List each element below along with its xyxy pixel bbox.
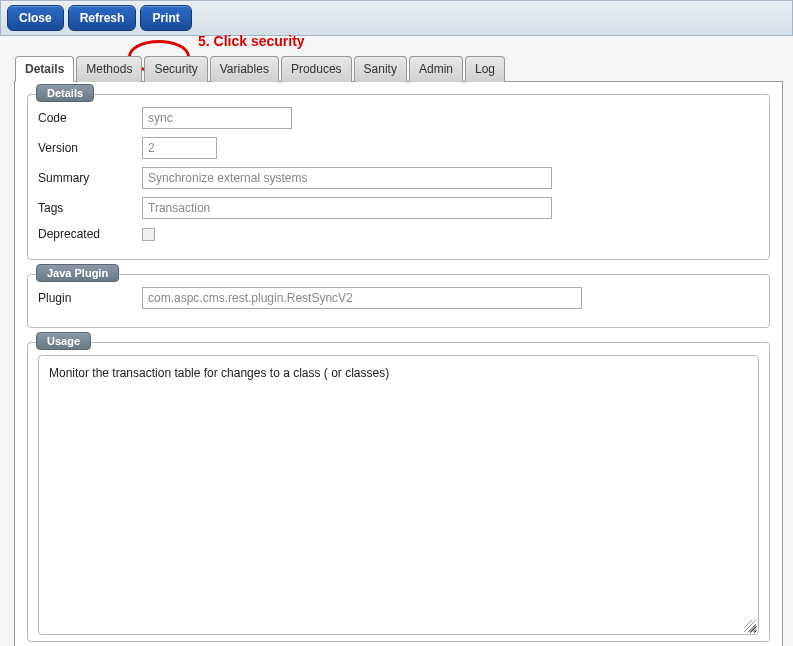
annotation-text: 5. Click security: [198, 33, 305, 49]
main-panel: Details Code Version Summary Tags Deprec…: [14, 81, 783, 646]
tab-methods[interactable]: Methods: [76, 56, 142, 82]
tab-produces[interactable]: Produces: [281, 56, 352, 82]
version-label: Version: [38, 141, 142, 155]
usage-fieldset: Usage Monitor the transaction table for …: [27, 342, 770, 642]
usage-legend: Usage: [36, 332, 91, 350]
tab-strip: Details Methods Security Variables Produ…: [15, 55, 793, 81]
code-input[interactable]: [142, 107, 292, 129]
toolbar: Close Refresh Print: [0, 0, 793, 36]
plugin-fieldset: Java Plugin Plugin: [27, 274, 770, 328]
version-input[interactable]: [142, 137, 217, 159]
resize-grip-icon[interactable]: [744, 620, 756, 632]
tags-input[interactable]: [142, 197, 552, 219]
print-button[interactable]: Print: [140, 5, 191, 31]
tab-details[interactable]: Details: [15, 56, 74, 82]
deprecated-label: Deprecated: [38, 227, 142, 241]
tab-sanity[interactable]: Sanity: [354, 56, 407, 82]
deprecated-checkbox[interactable]: [142, 228, 155, 241]
refresh-button[interactable]: Refresh: [68, 5, 137, 31]
tab-admin[interactable]: Admin: [409, 56, 463, 82]
tab-variables[interactable]: Variables: [210, 56, 279, 82]
details-fieldset: Details Code Version Summary Tags Deprec…: [27, 94, 770, 260]
tab-log[interactable]: Log: [465, 56, 505, 82]
plugin-legend: Java Plugin: [36, 264, 119, 282]
details-legend: Details: [36, 84, 94, 102]
plugin-label: Plugin: [38, 291, 142, 305]
plugin-input[interactable]: [142, 287, 582, 309]
summary-label: Summary: [38, 171, 142, 185]
tab-security[interactable]: Security: [144, 56, 207, 82]
summary-input[interactable]: [142, 167, 552, 189]
close-button[interactable]: Close: [7, 5, 64, 31]
usage-textarea[interactable]: Monitor the transaction table for change…: [38, 355, 759, 635]
usage-text: Monitor the transaction table for change…: [49, 366, 389, 380]
tags-label: Tags: [38, 201, 142, 215]
code-label: Code: [38, 111, 142, 125]
